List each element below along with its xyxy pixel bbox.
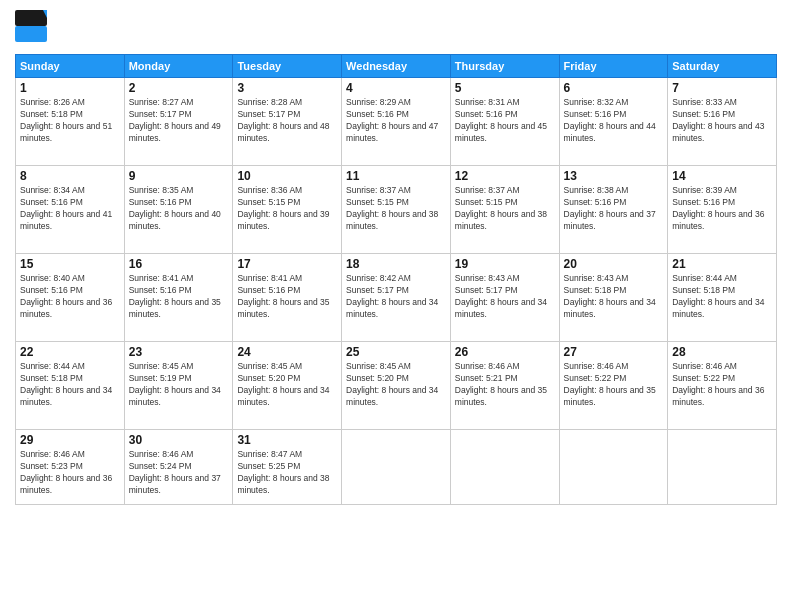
- page: SundayMondayTuesdayWednesdayThursdayFrid…: [0, 0, 792, 612]
- day-info: Sunrise: 8:45 AMSunset: 5:20 PMDaylight:…: [237, 361, 337, 409]
- day-number: 7: [672, 81, 772, 95]
- day-of-week-header: Sunday: [16, 55, 125, 78]
- day-of-week-header: Wednesday: [342, 55, 451, 78]
- calendar-day-cell: [559, 430, 668, 505]
- day-of-week-header: Saturday: [668, 55, 777, 78]
- day-number: 24: [237, 345, 337, 359]
- calendar-header-row: SundayMondayTuesdayWednesdayThursdayFrid…: [16, 55, 777, 78]
- day-number: 14: [672, 169, 772, 183]
- day-number: 28: [672, 345, 772, 359]
- day-info: Sunrise: 8:27 AMSunset: 5:17 PMDaylight:…: [129, 97, 229, 145]
- day-number: 11: [346, 169, 446, 183]
- day-number: 25: [346, 345, 446, 359]
- header: [15, 10, 777, 46]
- calendar-day-cell: 9Sunrise: 8:35 AMSunset: 5:16 PMDaylight…: [124, 166, 233, 254]
- calendar-day-cell: 24Sunrise: 8:45 AMSunset: 5:20 PMDayligh…: [233, 342, 342, 430]
- calendar-day-cell: 1Sunrise: 8:26 AMSunset: 5:18 PMDaylight…: [16, 78, 125, 166]
- calendar-table: SundayMondayTuesdayWednesdayThursdayFrid…: [15, 54, 777, 505]
- day-info: Sunrise: 8:44 AMSunset: 5:18 PMDaylight:…: [20, 361, 120, 409]
- calendar-day-cell: 5Sunrise: 8:31 AMSunset: 5:16 PMDaylight…: [450, 78, 559, 166]
- day-info: Sunrise: 8:35 AMSunset: 5:16 PMDaylight:…: [129, 185, 229, 233]
- calendar-day-cell: 21Sunrise: 8:44 AMSunset: 5:18 PMDayligh…: [668, 254, 777, 342]
- day-number: 23: [129, 345, 229, 359]
- day-number: 17: [237, 257, 337, 271]
- calendar-day-cell: [668, 430, 777, 505]
- svg-rect-1: [15, 26, 47, 42]
- day-number: 2: [129, 81, 229, 95]
- calendar-day-cell: 3Sunrise: 8:28 AMSunset: 5:17 PMDaylight…: [233, 78, 342, 166]
- calendar-day-cell: 11Sunrise: 8:37 AMSunset: 5:15 PMDayligh…: [342, 166, 451, 254]
- day-info: Sunrise: 8:38 AMSunset: 5:16 PMDaylight:…: [564, 185, 664, 233]
- calendar-day-cell: 28Sunrise: 8:46 AMSunset: 5:22 PMDayligh…: [668, 342, 777, 430]
- day-info: Sunrise: 8:26 AMSunset: 5:18 PMDaylight:…: [20, 97, 120, 145]
- day-info: Sunrise: 8:33 AMSunset: 5:16 PMDaylight:…: [672, 97, 772, 145]
- day-number: 5: [455, 81, 555, 95]
- day-number: 30: [129, 433, 229, 447]
- calendar-day-cell: 18Sunrise: 8:42 AMSunset: 5:17 PMDayligh…: [342, 254, 451, 342]
- day-info: Sunrise: 8:36 AMSunset: 5:15 PMDaylight:…: [237, 185, 337, 233]
- calendar-day-cell: 30Sunrise: 8:46 AMSunset: 5:24 PMDayligh…: [124, 430, 233, 505]
- calendar-day-cell: 17Sunrise: 8:41 AMSunset: 5:16 PMDayligh…: [233, 254, 342, 342]
- day-number: 8: [20, 169, 120, 183]
- calendar-day-cell: 8Sunrise: 8:34 AMSunset: 5:16 PMDaylight…: [16, 166, 125, 254]
- day-info: Sunrise: 8:42 AMSunset: 5:17 PMDaylight:…: [346, 273, 446, 321]
- day-info: Sunrise: 8:41 AMSunset: 5:16 PMDaylight:…: [129, 273, 229, 321]
- day-of-week-header: Tuesday: [233, 55, 342, 78]
- calendar-day-cell: 12Sunrise: 8:37 AMSunset: 5:15 PMDayligh…: [450, 166, 559, 254]
- calendar-day-cell: 19Sunrise: 8:43 AMSunset: 5:17 PMDayligh…: [450, 254, 559, 342]
- day-info: Sunrise: 8:45 AMSunset: 5:19 PMDaylight:…: [129, 361, 229, 409]
- calendar-week-row: 8Sunrise: 8:34 AMSunset: 5:16 PMDaylight…: [16, 166, 777, 254]
- calendar-day-cell: 15Sunrise: 8:40 AMSunset: 5:16 PMDayligh…: [16, 254, 125, 342]
- day-number: 31: [237, 433, 337, 447]
- day-info: Sunrise: 8:43 AMSunset: 5:18 PMDaylight:…: [564, 273, 664, 321]
- calendar-day-cell: 31Sunrise: 8:47 AMSunset: 5:25 PMDayligh…: [233, 430, 342, 505]
- svg-rect-0: [15, 10, 47, 26]
- day-number: 16: [129, 257, 229, 271]
- day-number: 27: [564, 345, 664, 359]
- day-number: 6: [564, 81, 664, 95]
- calendar-day-cell: 10Sunrise: 8:36 AMSunset: 5:15 PMDayligh…: [233, 166, 342, 254]
- day-info: Sunrise: 8:44 AMSunset: 5:18 PMDaylight:…: [672, 273, 772, 321]
- calendar-day-cell: 25Sunrise: 8:45 AMSunset: 5:20 PMDayligh…: [342, 342, 451, 430]
- day-info: Sunrise: 8:28 AMSunset: 5:17 PMDaylight:…: [237, 97, 337, 145]
- day-number: 12: [455, 169, 555, 183]
- day-number: 10: [237, 169, 337, 183]
- day-info: Sunrise: 8:31 AMSunset: 5:16 PMDaylight:…: [455, 97, 555, 145]
- day-number: 1: [20, 81, 120, 95]
- calendar-day-cell: 27Sunrise: 8:46 AMSunset: 5:22 PMDayligh…: [559, 342, 668, 430]
- day-number: 22: [20, 345, 120, 359]
- calendar-week-row: 22Sunrise: 8:44 AMSunset: 5:18 PMDayligh…: [16, 342, 777, 430]
- day-of-week-header: Thursday: [450, 55, 559, 78]
- logo: [15, 10, 51, 46]
- calendar-day-cell: 4Sunrise: 8:29 AMSunset: 5:16 PMDaylight…: [342, 78, 451, 166]
- calendar-week-row: 15Sunrise: 8:40 AMSunset: 5:16 PMDayligh…: [16, 254, 777, 342]
- calendar-day-cell: 13Sunrise: 8:38 AMSunset: 5:16 PMDayligh…: [559, 166, 668, 254]
- day-number: 19: [455, 257, 555, 271]
- calendar-week-row: 29Sunrise: 8:46 AMSunset: 5:23 PMDayligh…: [16, 430, 777, 505]
- day-info: Sunrise: 8:40 AMSunset: 5:16 PMDaylight:…: [20, 273, 120, 321]
- calendar-week-row: 1Sunrise: 8:26 AMSunset: 5:18 PMDaylight…: [16, 78, 777, 166]
- day-number: 20: [564, 257, 664, 271]
- day-info: Sunrise: 8:46 AMSunset: 5:24 PMDaylight:…: [129, 449, 229, 497]
- day-number: 9: [129, 169, 229, 183]
- day-number: 3: [237, 81, 337, 95]
- calendar-day-cell: 2Sunrise: 8:27 AMSunset: 5:17 PMDaylight…: [124, 78, 233, 166]
- day-info: Sunrise: 8:46 AMSunset: 5:22 PMDaylight:…: [564, 361, 664, 409]
- day-info: Sunrise: 8:41 AMSunset: 5:16 PMDaylight:…: [237, 273, 337, 321]
- day-info: Sunrise: 8:34 AMSunset: 5:16 PMDaylight:…: [20, 185, 120, 233]
- day-of-week-header: Friday: [559, 55, 668, 78]
- calendar-day-cell: 26Sunrise: 8:46 AMSunset: 5:21 PMDayligh…: [450, 342, 559, 430]
- day-info: Sunrise: 8:45 AMSunset: 5:20 PMDaylight:…: [346, 361, 446, 409]
- day-number: 21: [672, 257, 772, 271]
- day-info: Sunrise: 8:46 AMSunset: 5:21 PMDaylight:…: [455, 361, 555, 409]
- day-info: Sunrise: 8:32 AMSunset: 5:16 PMDaylight:…: [564, 97, 664, 145]
- calendar-day-cell: 7Sunrise: 8:33 AMSunset: 5:16 PMDaylight…: [668, 78, 777, 166]
- day-info: Sunrise: 8:47 AMSunset: 5:25 PMDaylight:…: [237, 449, 337, 497]
- day-info: Sunrise: 8:37 AMSunset: 5:15 PMDaylight:…: [455, 185, 555, 233]
- calendar-day-cell: [342, 430, 451, 505]
- day-number: 4: [346, 81, 446, 95]
- day-info: Sunrise: 8:29 AMSunset: 5:16 PMDaylight:…: [346, 97, 446, 145]
- day-number: 26: [455, 345, 555, 359]
- day-of-week-header: Monday: [124, 55, 233, 78]
- day-info: Sunrise: 8:46 AMSunset: 5:22 PMDaylight:…: [672, 361, 772, 409]
